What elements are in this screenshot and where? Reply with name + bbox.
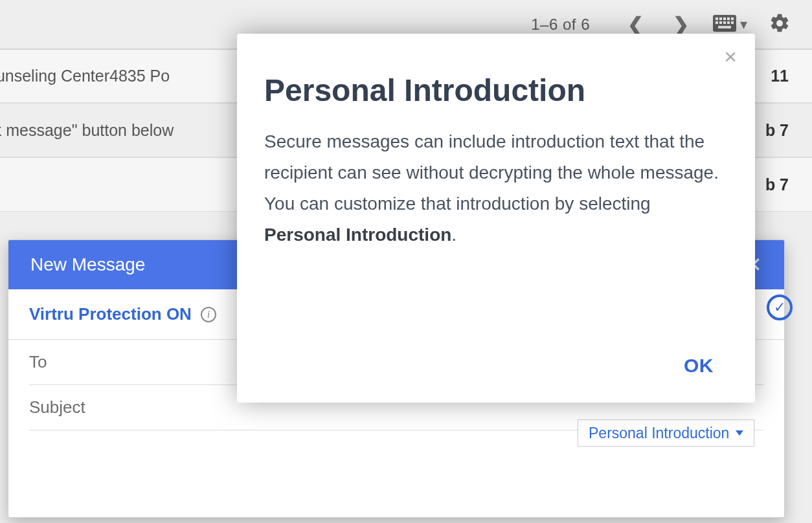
pagination-count: 1–6 of 6: [531, 16, 590, 34]
check-icon: ✓: [774, 299, 785, 316]
keyboard-icon: [713, 15, 736, 34]
personal-introduction-modal: × Personal Introduction Secure messages …: [237, 34, 755, 403]
svg-rect-4: [727, 17, 730, 20]
input-tools-button[interactable]: ▾: [713, 15, 747, 34]
modal-body-suffix: .: [451, 225, 457, 245]
close-icon[interactable]: ×: [724, 45, 737, 67]
modal-body: Secure messages can include introduction…: [264, 126, 728, 250]
svg-rect-10: [731, 21, 734, 24]
to-label: To: [29, 352, 47, 372]
virtru-badge[interactable]: ✓: [767, 295, 793, 320]
info-icon[interactable]: i: [201, 307, 216, 322]
ok-button[interactable]: OK: [670, 347, 728, 384]
personal-introduction-label: Personal Introduction: [589, 425, 729, 442]
chevron-right-icon: ❯: [673, 13, 689, 36]
gear-icon: [769, 12, 791, 37]
svg-rect-2: [719, 17, 722, 20]
modal-body-bold: Personal Introduction: [264, 225, 451, 245]
svg-rect-9: [727, 21, 730, 24]
virtru-status-label: Virtru Protection ON: [29, 304, 192, 324]
svg-rect-5: [731, 17, 734, 20]
svg-rect-6: [716, 21, 718, 24]
svg-rect-7: [719, 21, 722, 24]
personal-introduction-button[interactable]: Personal Introduction: [578, 419, 754, 447]
subject-label: Subject: [29, 397, 85, 417]
caret-down-icon: ▾: [740, 16, 747, 33]
mail-snippet: unlock message" button below: [0, 121, 174, 140]
mail-snippet: ky Counseling Center4835 Po: [0, 67, 170, 85]
svg-rect-8: [723, 21, 726, 24]
svg-rect-11: [718, 26, 731, 28]
modal-title: Personal Introduction: [264, 72, 728, 108]
settings-button[interactable]: [767, 12, 793, 38]
chevron-left-icon: ❮: [627, 13, 644, 36]
compose-title: New Message: [30, 254, 145, 275]
svg-rect-3: [723, 17, 726, 20]
modal-body-text: Secure messages can include introduction…: [264, 131, 719, 214]
caret-down-icon: [736, 430, 743, 436]
modal-footer: OK: [264, 250, 728, 384]
svg-rect-1: [716, 17, 718, 20]
